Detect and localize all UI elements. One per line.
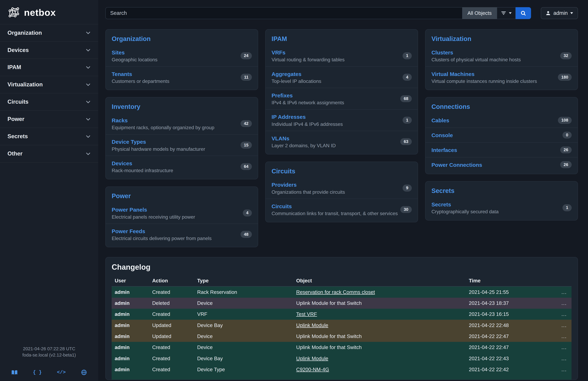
count-badge: 26 — [560, 161, 571, 168]
object-type-label: All Objects — [467, 10, 492, 16]
dashboard-link-providers[interactable]: Providers — [272, 182, 297, 188]
changelog-object-link[interactable]: C9200-NM-4G — [296, 367, 329, 372]
dashboard-link-virtual-machines[interactable]: Virtual Machines — [431, 71, 475, 77]
dashboard-link-sites[interactable]: Sites — [112, 49, 125, 56]
sidebar-item-organization[interactable]: Organization — [0, 24, 98, 42]
changelog-card: Changelog User Action Type Object Time a… — [105, 257, 578, 380]
table-row: admin Updated Device Uplink Module for t… — [112, 331, 571, 342]
dashboard-link-interfaces[interactable]: Interfaces — [431, 147, 457, 153]
dashboard-link-power-feeds[interactable]: Power Feeds — [112, 228, 145, 234]
sidebar-item-secrets[interactable]: Secrets — [0, 128, 98, 145]
dashboard-link-ip-addresses[interactable]: IP Addresses — [272, 114, 306, 120]
dashboard-link-vrfs[interactable]: VRFs — [272, 49, 285, 56]
count-badge: 15 — [241, 142, 252, 149]
filter-icon — [501, 11, 506, 15]
item-subtitle: Virtual compute instances running inside… — [431, 78, 537, 84]
filter-dropdown-button[interactable] — [497, 7, 516, 19]
search-button[interactable] — [516, 7, 531, 19]
column-header-action: Action — [149, 275, 194, 286]
row-more: ... — [557, 342, 571, 353]
row-more: ... — [557, 353, 571, 364]
dashboard-link-power-connections[interactable]: Power Connections — [431, 162, 482, 168]
row-more: ... — [557, 309, 571, 320]
card-inventory: Inventory Racks Equipment racks, optiona… — [105, 97, 258, 179]
card-list-item: VLANs Layer 2 domains, by VLAN ID 63 — [266, 131, 418, 152]
changelog-object-link[interactable]: Test VRF — [296, 311, 317, 317]
dashboard-link-prefixes[interactable]: Prefixes — [272, 92, 293, 99]
card-list-item: VRFs Virtual routing & forwarding tables… — [266, 45, 418, 66]
card-secrets: Secrets Secrets Cryptographically secure… — [425, 181, 578, 221]
sidebar-item-label: IPAM — [7, 64, 21, 70]
braces-icon[interactable]: { } — [33, 370, 42, 375]
item-subtitle: Rack-mounted infrastructure — [112, 168, 173, 173]
cell-user: admin — [112, 353, 149, 364]
table-row-partial — [112, 375, 571, 380]
sidebar-item-power[interactable]: Power — [0, 111, 98, 128]
object-type-button[interactable]: All Objects — [462, 7, 497, 19]
count-badge: 68 — [400, 95, 412, 102]
cell-object: Uplink Module — [293, 353, 466, 364]
item-text: Console — [431, 132, 453, 138]
changelog-table: User Action Type Object Time admin Creat… — [112, 275, 571, 380]
cell-action: Created — [149, 353, 194, 364]
item-text: VRFs Virtual routing & forwarding tables — [272, 49, 345, 63]
card-title: Virtualization — [425, 29, 578, 45]
dashboard-link-clusters[interactable]: Clusters — [431, 49, 453, 56]
sidebar-item-label: Secrets — [7, 133, 28, 140]
card-list-item: Devices Rack-mounted infrastructure 64 — [106, 156, 258, 177]
cell-user: admin — [112, 286, 149, 297]
dashboard-link-device-types[interactable]: Device Types — [112, 139, 146, 145]
item-text: Providers Organizations that provide cir… — [272, 181, 345, 195]
card-list: Sites Geographic locations 24 Tenants Cu… — [106, 45, 258, 90]
card-power: Power Power Panels Electrical panels rec… — [105, 186, 258, 247]
sidebar-item-virtualization[interactable]: Virtualization — [0, 76, 98, 93]
user-menu-button[interactable]: admin — [541, 7, 578, 19]
cell-action: Created — [149, 286, 194, 297]
dashboard-link-aggregates[interactable]: Aggregates — [272, 71, 301, 77]
dashboard-link-power-panels[interactable]: Power Panels — [112, 207, 147, 213]
item-subtitle: Physical hardware models by manufacturer — [112, 146, 205, 152]
card-list-item: Device Types Physical hardware models by… — [106, 134, 258, 156]
dashboard-link-vlans[interactable]: VLANs — [272, 135, 289, 142]
dashboard-link-console[interactable]: Console — [431, 132, 453, 138]
cell-time: 2021-04-22 22:42 — [466, 364, 557, 375]
chevron-down-icon — [85, 99, 91, 104]
netbox-logo[interactable]: netbox — [0, 0, 98, 24]
cell-object: Test VRF — [293, 309, 466, 320]
globe-icon[interactable] — [81, 369, 87, 375]
card-list-item: Circuits Communication links for transit… — [266, 199, 418, 220]
changelog-object: Uplink Module for that Switch — [296, 300, 362, 306]
card-circuits: Circuits Providers Organizations that pr… — [265, 162, 418, 222]
chevron-down-icon — [85, 65, 91, 70]
card-title: Circuits — [266, 162, 418, 178]
user-menu-label: admin — [553, 10, 568, 16]
sidebar-item-devices[interactable]: Devices — [0, 42, 98, 59]
item-subtitle: Layer 2 domains, by VLAN ID — [272, 143, 336, 148]
dashboard-link-tenants[interactable]: Tenants — [112, 71, 132, 77]
dashboard-link-racks[interactable]: Racks — [112, 117, 128, 124]
topbar: All Objects — [105, 7, 578, 19]
changelog-object-link[interactable]: Uplink Module — [296, 322, 328, 328]
main-content: All Objects — [98, 0, 588, 381]
cell-object: Reservation for rack Comms closet — [293, 286, 466, 297]
card-list-item: IP Addresses Individual IPv4 & IPv6 addr… — [266, 109, 418, 131]
dashboard-link-secrets[interactable]: Secrets — [431, 202, 451, 208]
dashboard-link-cables[interactable]: Cables — [431, 117, 449, 124]
code-icon[interactable]: </> — [57, 370, 66, 375]
sidebar-item-other[interactable]: Other — [0, 145, 98, 162]
column-header-actions — [557, 275, 571, 286]
sidebar-item-circuits[interactable]: Circuits — [0, 93, 98, 111]
search-icon — [521, 10, 526, 16]
dashboard: Organization Sites Geographic locations … — [105, 29, 578, 247]
sidebar-footer: 2021-04-26 07:22:28 UTC foda-se.local (v… — [0, 346, 98, 381]
dashboard-link-circuits[interactable]: Circuits — [272, 203, 292, 209]
changelog-object-link[interactable]: Uplink Module — [296, 356, 328, 361]
book-icon[interactable] — [11, 370, 18, 375]
search-input[interactable] — [105, 7, 462, 19]
card-list: Power Panels Electrical panels receiving… — [106, 202, 258, 247]
dashboard-link-devices[interactable]: Devices — [112, 160, 132, 166]
card-list: Clusters Clusters of physical virtual ma… — [425, 45, 578, 90]
sidebar-item-ipam[interactable]: IPAM — [0, 59, 98, 76]
changelog-object-link[interactable]: Reservation for rack Comms closet — [296, 289, 375, 295]
cell-time: 2021-04-22 22:47 — [466, 331, 557, 342]
